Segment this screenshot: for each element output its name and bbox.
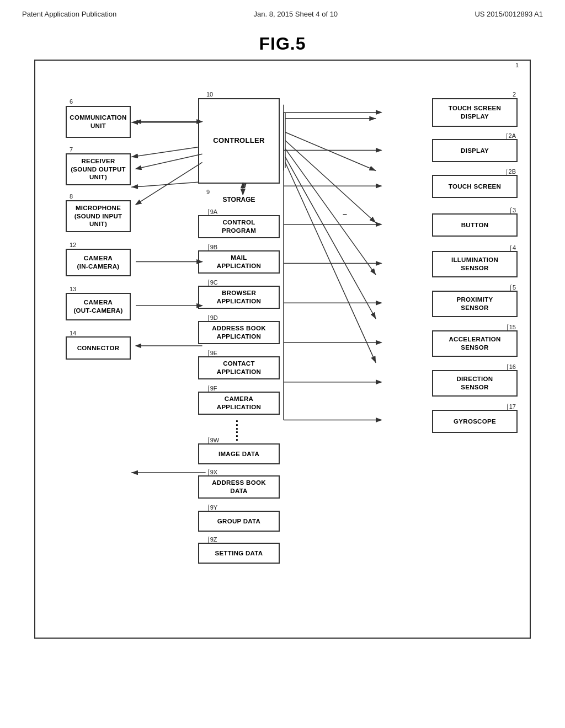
ref-9c: ⌠9C (206, 279, 218, 286)
box-address-book-application: ADDRESS BOOK APPLICATION (198, 321, 280, 344)
box-contact-application: CONTACT APPLICATION (198, 356, 280, 379)
diagram-area: 1 (34, 60, 531, 639)
svg-line-5 (131, 181, 205, 187)
storage-label: STORAGE (198, 196, 280, 204)
svg-line-12 (285, 157, 376, 319)
ref-9d: ⌠9D (206, 314, 218, 321)
box-touch-screen-display: TOUCH SCREEN DISPLAY (432, 98, 518, 127)
box-camera-out: CAMERA (OUT-CAMERA) (66, 293, 131, 320)
svg-line-13 (285, 163, 376, 363)
box-browser-application: BROWSER APPLICATION (198, 286, 280, 309)
box-display: DISPLAY (432, 139, 518, 162)
page-header: Patent Application Publication Jan. 8, 2… (0, 0, 565, 24)
box-proximity-sensor: PROXIMITY SENSOR (432, 291, 518, 317)
box-mail-application: MAIL APPLICATION (198, 250, 280, 274)
box-communication-unit: COMMUNICATION UNIT (66, 106, 131, 138)
svg-line-10 (285, 141, 376, 223)
ref-9f: ⌠9F (206, 385, 217, 392)
box-controller: CONTROLLER (198, 98, 280, 184)
header-right: US 2015/0012893 A1 (475, 10, 543, 18)
box-setting-data: SETTING DATA (198, 543, 280, 564)
ref-5: ⌠5 (509, 284, 516, 291)
box-image-data: IMAGE DATA (198, 443, 280, 464)
box-acceleration-sensor: ACCELERATION SENSOR (432, 330, 518, 357)
ref-9b: ⌠9B (206, 244, 217, 250)
ref-2b: ⌠2B (505, 168, 516, 175)
box-group-data: GROUP DATA (198, 511, 280, 532)
header-center: Jan. 8, 2015 Sheet 4 of 10 (254, 10, 338, 18)
svg-line-4 (131, 146, 205, 157)
ref-9a: ⌠9A (206, 208, 217, 215)
dots-indicator: ⋮⋮ (231, 419, 242, 441)
ref-9z: ⌠9Z (206, 536, 217, 543)
ref-10: 10 (206, 91, 213, 98)
ref-14: 14 (70, 330, 76, 336)
svg-line-11 (285, 149, 376, 275)
ref-6: 6 (70, 98, 73, 105)
box-direction-sensor: DIRECTION SENSOR (432, 370, 518, 397)
ref-17: ⌠17 (505, 403, 516, 410)
svg-line-9 (285, 132, 376, 171)
figure-title: FIG.5 (0, 34, 565, 54)
box-receiver: RECEIVER (SOUND OUTPUT UNIT) (66, 153, 131, 185)
ref-9y: ⌠9Y (206, 504, 217, 511)
ref-16: ⌠16 (505, 363, 516, 370)
ref-9x: ⌠9X (206, 469, 217, 475)
ref-12: 12 (70, 242, 76, 248)
ref-7: 7 (70, 146, 73, 153)
box-camera-in: CAMERA (IN-CAMERA) (66, 249, 131, 276)
box-microphone: MICROPHONE (SOUND INPUT UNIT) (66, 200, 131, 232)
header-left: Patent Application Publication (22, 10, 116, 18)
ref-9w: ⌠9W (206, 437, 219, 443)
ref-3: ⌠3 (509, 207, 516, 213)
ref-8: 8 (70, 193, 73, 200)
svg-line-18 (136, 154, 202, 169)
box-control-program: CONTROL PROGRAM (198, 215, 280, 238)
ref-9: 9 (206, 189, 210, 195)
ref-2: 2 (513, 91, 516, 98)
svg-line-19 (136, 162, 202, 205)
box-button: BUTTON (432, 213, 518, 237)
box-touch-screen: TOUCH SCREEN (432, 175, 518, 198)
ref-2a: ⌠2A (505, 132, 516, 139)
box-gyroscope: GYROSCOPE (432, 410, 518, 433)
ref-1: 1 (515, 62, 519, 68)
box-address-book-data: ADDRESS BOOK DATA (198, 475, 280, 499)
box-illumination-sensor: ILLUMINATION SENSOR (432, 251, 518, 277)
ref-9e: ⌠9E (206, 350, 217, 356)
ref-15: ⌠15 (505, 324, 516, 330)
ref-4: ⌠4 (509, 244, 516, 251)
box-camera-application: CAMERA APPLICATION (198, 392, 280, 415)
box-connector: CONNECTOR (66, 336, 131, 360)
ref-13: 13 (70, 286, 76, 292)
